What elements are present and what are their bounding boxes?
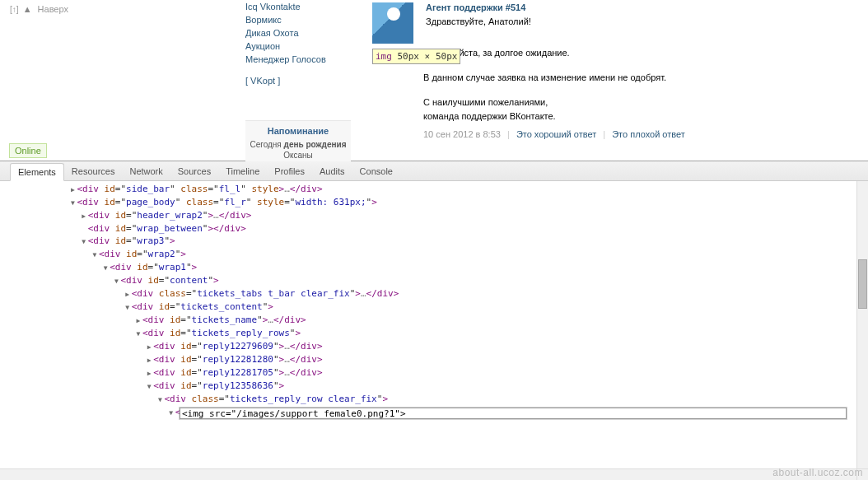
dom-node[interactable]: <div id="side_bar" class="fl_l" style>…<… [3, 183, 853, 196]
vertical-scrollbar[interactable] [856, 181, 868, 468]
msg-line-2: , пожалуйста, за долгое ожидание. [423, 48, 860, 58]
dom-node[interactable]: <div id="page_body" class="fl_r" style="… [3, 196, 853, 209]
inspect-tooltip: img 50px × 50px [372, 49, 460, 64]
dom-node[interactable]: <div class="tickets_tabs t_bar clear_fix… [3, 287, 853, 301]
scroll-top-link[interactable]: [↑] ▲ Наверх [10, 4, 68, 14]
dom-tree[interactable]: <div id="side_bar" class="fl_l" style>…<… [0, 181, 856, 468]
reminder-text: Сегодня день рождения Оксаны [249, 139, 348, 161]
disclosure-right-icon[interactable] [134, 314, 142, 327]
sidebar-link-auction[interactable]: Аукцион [245, 40, 352, 53]
horizontal-scrollbar[interactable] [0, 468, 856, 480]
devtools-panel: Elements Resources Network Sources Timel… [0, 161, 868, 480]
disclosure-right-icon[interactable] [124, 287, 132, 301]
devtools-tabbar: Elements Resources Network Sources Timel… [0, 161, 868, 181]
disclosure-right-icon[interactable] [145, 353, 153, 366]
dom-node[interactable]: <div id="wrap3"> [3, 235, 853, 248]
disclosure-down-icon[interactable] [80, 235, 88, 248]
dom-node[interactable]: <div id="wrap1"> [3, 261, 853, 274]
dom-edit-input[interactable] [180, 408, 847, 419]
dom-node[interactable]: <div id="reply12358636"> [3, 380, 853, 393]
sidebar-link-vkopt[interactable]: [ VKopt ] [245, 74, 352, 87]
dom-node[interactable]: <div class="tickets_reply_row clear_fix"… [3, 393, 853, 406]
disclosure-down-icon[interactable] [68, 196, 77, 209]
scroll-top-label: Наверх [38, 4, 68, 14]
up-arrow-icon: ▲ [23, 4, 32, 14]
reminder-title: Напоминание [249, 126, 348, 136]
tab-elements[interactable]: Elements [10, 163, 64, 181]
dom-node[interactable]: <div id="reply12281280">…</div> [3, 353, 853, 366]
dom-node[interactable]: <div id="wrap2"> [3, 248, 853, 261]
online-badge: Online [9, 143, 47, 158]
tab-timeline[interactable]: Timeline [218, 163, 267, 179]
tab-audits[interactable]: Audits [312, 163, 352, 179]
disclosure-right-icon[interactable] [68, 183, 77, 196]
dom-node[interactable]: <div id="reply12279609">…</div> [3, 340, 853, 353]
tab-profiles[interactable]: Profiles [267, 163, 312, 179]
disclosure-down-icon[interactable] [91, 248, 99, 261]
disclosure-down-icon[interactable] [101, 261, 110, 274]
scroll-thumb[interactable] [858, 259, 867, 309]
disclosure-down-icon[interactable] [134, 327, 142, 340]
dom-node[interactable]: <div id="header_wrap2">…</div> [3, 209, 853, 222]
msg-line-4: С наилучшими пожеланиями, [423, 97, 860, 107]
tab-resources[interactable]: Resources [64, 163, 123, 179]
disclosure-right-icon[interactable] [145, 340, 153, 353]
dom-node[interactable]: <div id="tickets_reply_rows"> [3, 327, 853, 340]
disclosure-down-icon[interactable] [112, 274, 120, 287]
dom-node[interactable]: <div id="tickets_name">…</div> [3, 314, 853, 327]
sidebar-link-vormiks[interactable]: Вормикс [245, 13, 352, 26]
disclosure-down-icon[interactable] [156, 393, 164, 406]
msg-line-3: В данном случае заявка на изменение имен… [423, 72, 860, 82]
msg-line-5: команда поддержки ВКонтакте. [423, 111, 860, 121]
sidebar-link-golos[interactable]: Менеджер Голосов [245, 53, 352, 66]
avatar[interactable] [372, 2, 413, 44]
disclosure-down-icon[interactable] [145, 380, 153, 393]
disclosure-down-icon[interactable] [167, 406, 175, 419]
tab-sources[interactable]: Sources [170, 163, 218, 179]
sidebar-links: Icq Vkontakte Вормикс Дикая Охота Аукцио… [245, 0, 352, 87]
scroll-corner [856, 468, 868, 480]
tab-network[interactable]: Network [122, 163, 170, 179]
dom-node[interactable]: <div id="reply12281705">…</div> [3, 366, 853, 380]
disclosure-down-icon[interactable] [124, 301, 132, 314]
support-message: img 50px × 50px Агент поддержки #514 Здр… [372, 2, 860, 139]
sidebar-link-icq[interactable]: Icq Vkontakte [245, 0, 352, 13]
bad-answer-link[interactable]: Это плохой ответ [612, 129, 685, 139]
dom-node[interactable]: <div id="tickets_content"> [3, 301, 853, 314]
msg-timestamp: 10 сен 2012 в 8:53 [423, 129, 501, 139]
good-answer-link[interactable]: Это хороший ответ [516, 129, 596, 139]
up-sup: [↑] [10, 5, 19, 14]
sidebar-link-okhota[interactable]: Дикая Охота [245, 26, 352, 40]
tab-console[interactable]: Console [352, 163, 400, 179]
dom-node[interactable]: <div id="wrap_between"></div> [3, 222, 853, 235]
dom-node[interactable]: <div id="content"> [3, 274, 853, 287]
disclosure-right-icon[interactable] [145, 366, 153, 380]
msg-line-1: Здравствуйте, Анатолий! [426, 16, 531, 26]
disclosure-right-icon[interactable] [80, 209, 88, 222]
agent-name[interactable]: Агент поддержки #514 [426, 2, 531, 12]
